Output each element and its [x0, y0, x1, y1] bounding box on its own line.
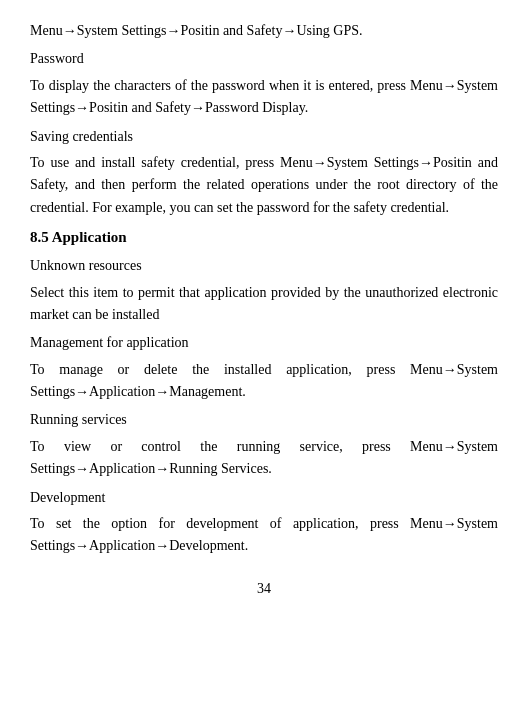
line-8: Select this item to permit that applicat…: [30, 282, 498, 327]
line-7: Unknown resources: [30, 255, 498, 277]
line-9: Management for application: [30, 332, 498, 354]
line-12: To view or control the running service, …: [30, 436, 498, 481]
line-14: To set the option for development of app…: [30, 513, 498, 558]
line-3: To display the characters of the passwor…: [30, 75, 498, 120]
line-4: Saving credentials: [30, 126, 498, 148]
line-5: To use and install safety credential, pr…: [30, 152, 498, 219]
page-content: Menu→System Settings→Positin and Safety→…: [30, 20, 498, 600]
line-10: To manage or delete the installed applic…: [30, 359, 498, 404]
line-1: Menu→System Settings→Positin and Safety→…: [30, 20, 498, 42]
line-13: Development: [30, 487, 498, 509]
running-services-label: Running services: [30, 409, 498, 431]
page-number: 34: [30, 578, 498, 600]
line-2: Password: [30, 48, 498, 70]
section-heading-application: 8.5 Application: [30, 225, 498, 249]
